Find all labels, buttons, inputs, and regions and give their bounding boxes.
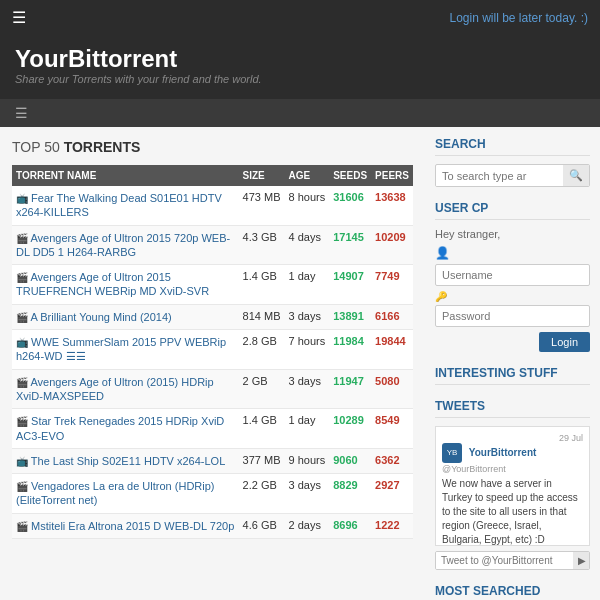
torrent-name-cell: 🎬 Avengers Age of Ultron 2015 TRUEFRENCH… [12, 265, 239, 305]
torrent-link[interactable]: Avengers Age of Ultron 2015 720p WEB-DL … [16, 232, 230, 258]
search-section-title: SEARCH [435, 137, 590, 156]
tweet-avatar-1: YB [442, 443, 462, 463]
torrent-type-icon: 🎬 [16, 416, 28, 427]
tweet-reply-input[interactable] [436, 552, 573, 569]
torrent-age: 1 day [284, 265, 329, 305]
torrent-type-icon: 📺 [16, 337, 28, 348]
torrent-link[interactable]: WWE SummerSlam 2015 PPV WEBRip h264-WD ☰… [16, 336, 226, 362]
torrent-peers: 1222 [371, 513, 413, 538]
torrent-name-cell: 📺 The Last Ship S02E11 HDTV x264-LOL [12, 448, 239, 473]
torrent-link[interactable]: A Brilliant Young Mind (2014) [30, 311, 171, 323]
table-row: 🎬 Vengadores La era de Ultron (HDRip) (E… [12, 474, 413, 514]
torrent-peers: 6362 [371, 448, 413, 473]
torrent-link[interactable]: Avengers Age of Ultron (2015) HDRip XviD… [16, 376, 214, 402]
table-row: 📺 The Last Ship S02E11 HDTV x264-LOL 377… [12, 448, 413, 473]
site-tagline: Share your Torrents with your friend and… [15, 73, 585, 85]
interesting-title: INTERESTING STUFF [435, 366, 590, 385]
tweet-handle-1: @YourBittorrent [442, 464, 506, 474]
torrent-link[interactable]: Avengers Age of Ultron 2015 TRUEFRENCH W… [16, 271, 209, 297]
torrent-link[interactable]: Vengadores La era de Ultron (HDRip) (Eli… [16, 480, 215, 506]
password-input[interactable] [435, 305, 590, 327]
torrent-seeds: 31606 [329, 186, 371, 225]
hamburger-icon[interactable]: ☰ [12, 8, 26, 27]
torrent-peers: 13638 [371, 186, 413, 225]
torrent-name-cell: 🎬 Avengers Age of Ultron 2015 720p WEB-D… [12, 225, 239, 265]
logo-bold: Bittorrent [68, 45, 177, 72]
torrent-size: 4.3 GB [239, 225, 285, 265]
usercp-section: USER CP Hey stranger, 👤 🔑 Login [435, 201, 590, 352]
torrent-size: 473 MB [239, 186, 285, 225]
torrent-type-icon: 🎬 [16, 377, 28, 388]
torrent-type-icon: 🎬 [16, 233, 28, 244]
table-row: 📺 Fear The Walking Dead S01E01 HDTV x264… [12, 186, 413, 225]
torrent-type-icon: 🎬 [16, 521, 28, 532]
torrent-peers: 2927 [371, 474, 413, 514]
torrent-seeds: 8829 [329, 474, 371, 514]
torrent-name-cell: 🎬 Avengers Age of Ultron (2015) HDRip Xv… [12, 369, 239, 409]
torrent-link[interactable]: Mstiteli Era Altrona 2015 D WEB-DL 720p [31, 520, 234, 532]
torrent-peers: 10209 [371, 225, 413, 265]
tweets-title: TWEETS [435, 399, 590, 418]
torrent-name-cell: 🎬 Star Trek Renegades 2015 HDRip XviD AC… [12, 409, 239, 449]
site-header: YourBittorrent Share your Torrents with … [0, 35, 600, 99]
col-age: AGE [284, 165, 329, 186]
search-input[interactable] [436, 166, 563, 186]
section-title-bold: TORRENTS [64, 139, 141, 155]
torrent-type-icon: 🎬 [16, 481, 28, 492]
table-row: 🎬 Mstiteli Era Altrona 2015 D WEB-DL 720… [12, 513, 413, 538]
torrent-name-cell: 🎬 A Brilliant Young Mind (2014) [12, 304, 239, 329]
login-form: 🔑 Login [435, 264, 590, 352]
tweet-entry-1: 29 Jul YB YourBittorrent @YourBittorrent… [442, 433, 583, 546]
sub-hamburger-icon[interactable]: ☰ [15, 105, 28, 121]
tweet-box[interactable]: 29 Jul YB YourBittorrent @YourBittorrent… [435, 426, 590, 546]
section-title: TOP 50 TORRENTS [12, 139, 413, 155]
username-input[interactable] [435, 264, 590, 286]
torrent-size: 2.8 GB [239, 330, 285, 370]
torrent-peers: 6166 [371, 304, 413, 329]
torrent-name-cell: 🎬 Vengadores La era de Ultron (HDRip) (E… [12, 474, 239, 514]
search-section: SEARCH 🔍 [435, 137, 590, 187]
torrent-peers: 5080 [371, 369, 413, 409]
login-text-plain: Login will be [449, 11, 518, 25]
torrent-size: 814 MB [239, 304, 285, 329]
torrents-table: TORRENT NAME SIZE AGE SEEDS PEERS 📺 Fear… [12, 165, 413, 539]
login-text-highlight: later today. :) [519, 11, 588, 25]
torrent-link[interactable]: Fear The Walking Dead S01E01 HDTV x264-K… [16, 192, 222, 218]
torrent-seeds: 17145 [329, 225, 371, 265]
torrent-size: 377 MB [239, 448, 285, 473]
table-row: 🎬 Avengers Age of Ultron (2015) HDRip Xv… [12, 369, 413, 409]
torrent-size: 1.4 GB [239, 265, 285, 305]
torrent-age: 8 hours [284, 186, 329, 225]
logo-plain: Your [15, 45, 68, 72]
content-area: TOP 50 TORRENTS TORRENT NAME SIZE AGE SE… [0, 127, 425, 600]
torrent-seeds: 13891 [329, 304, 371, 329]
torrent-link[interactable]: The Last Ship S02E11 HDTV x264-LOL [31, 455, 225, 467]
table-row: 📺 WWE SummerSlam 2015 PPV WEBRip h264-WD… [12, 330, 413, 370]
torrent-type-icon: 📺 [16, 193, 28, 204]
tweet-reply-icon: ▶ [573, 552, 590, 569]
most-searched-title: MOST SEARCHED [435, 584, 590, 600]
tweet-date-1: 29 Jul [442, 433, 583, 443]
torrent-link[interactable]: Star Trek Renegades 2015 HDRip XviD AC3-… [16, 415, 224, 441]
login-button[interactable]: Login [539, 332, 590, 352]
col-peers: PEERS [371, 165, 413, 186]
main-container: TOP 50 TORRENTS TORRENT NAME SIZE AGE SE… [0, 127, 600, 600]
tweets-section: TWEETS 29 Jul YB YourBittorrent @YourBit… [435, 399, 590, 570]
search-button[interactable]: 🔍 [563, 165, 589, 186]
top-nav: ☰ Login will be later today. :) [0, 0, 600, 35]
section-title-plain: TOP 50 [12, 139, 64, 155]
torrent-peers: 19844 [371, 330, 413, 370]
col-size: SIZE [239, 165, 285, 186]
torrent-seeds: 10289 [329, 409, 371, 449]
torrent-age: 2 days [284, 513, 329, 538]
torrent-seeds: 11947 [329, 369, 371, 409]
torrent-name-cell: 📺 WWE SummerSlam 2015 PPV WEBRip h264-WD… [12, 330, 239, 370]
tweet-text-1: We now have a server in Turkey to speed … [442, 477, 583, 546]
torrent-type-icon: 📺 [16, 456, 28, 467]
torrent-seeds: 11984 [329, 330, 371, 370]
tweet-user-1: YourBittorrent [469, 447, 537, 458]
torrent-age: 1 day [284, 409, 329, 449]
tweet-user-row-1: YB YourBittorrent @YourBittorrent [442, 443, 583, 474]
col-seeds: SEEDS [329, 165, 371, 186]
torrent-age: 7 hours [284, 330, 329, 370]
